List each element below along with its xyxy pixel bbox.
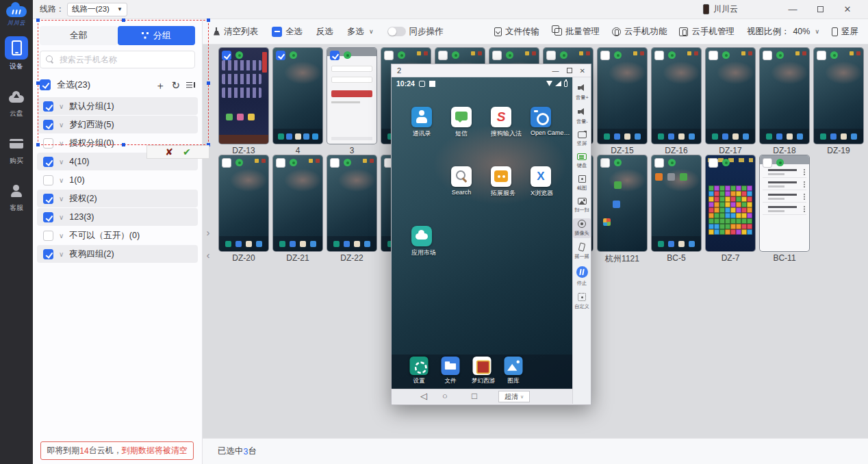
- view-ratio-control[interactable]: 视图比例： 40% ∨: [747, 26, 819, 38]
- phone-thumbnail[interactable]: 4: [273, 48, 322, 155]
- phone-thumbnail[interactable]: 杭州1121: [598, 155, 647, 263]
- thumb-checkbox[interactable]: [276, 51, 285, 60]
- thumb-checkbox[interactable]: [817, 51, 826, 60]
- popup-close-button[interactable]: ✕: [580, 67, 585, 75]
- thumb-checkbox[interactable]: [330, 158, 340, 168]
- panel-collapse-arrow[interactable]: ‹: [203, 249, 213, 261]
- phone-thumbnail[interactable]: DZ-19: [814, 48, 863, 155]
- thumb-checkbox[interactable]: [546, 51, 556, 60]
- thumb-checkbox[interactable]: [763, 158, 772, 168]
- thumb-checkbox[interactable]: [276, 158, 285, 168]
- tab-all[interactable]: 全部: [40, 26, 118, 45]
- clear-list-button[interactable]: 清空列表: [212, 26, 258, 38]
- tool-camera[interactable]: 摄像头: [573, 218, 591, 238]
- thumb-checkbox[interactable]: [222, 158, 231, 168]
- thumb-checkbox[interactable]: [438, 51, 448, 60]
- thumb-checkbox[interactable]: [222, 51, 231, 60]
- app-contacts[interactable]: 通讯录: [411, 107, 432, 138]
- refresh-button[interactable]: ↻: [171, 80, 180, 90]
- app-sms[interactable]: 短信: [451, 107, 472, 138]
- phone-manage-button[interactable]: 云手机管理: [679, 26, 735, 38]
- thumb-checkbox[interactable]: [384, 51, 394, 60]
- selection-cancel-button[interactable]: ✘: [165, 147, 173, 157]
- tool-scan[interactable]: 扫一扫: [573, 196, 591, 215]
- dock-settings[interactable]: 设置: [409, 357, 429, 385]
- group-row[interactable]: ∨123(3): [37, 208, 198, 226]
- tool-custom[interactable]: 自定义: [573, 292, 591, 311]
- app-x-browser[interactable]: XX浏览器: [531, 166, 551, 198]
- phone-thumbnail[interactable]: DZ-13: [219, 48, 268, 155]
- group-checkbox[interactable]: [43, 120, 53, 130]
- close-button[interactable]: ✕: [834, 4, 861, 14]
- sidebar-item-support[interactable]: 客服: [0, 181, 33, 213]
- sidebar-item-purchase[interactable]: 购买: [0, 133, 33, 166]
- group-checkbox[interactable]: [43, 138, 53, 149]
- app-app-market[interactable]: 应用市场: [411, 226, 432, 257]
- tool-volume-down[interactable]: 音量-: [573, 106, 591, 127]
- group-row[interactable]: ∨梦幻西游(5): [37, 116, 198, 133]
- phone-thumbnail[interactable]: DZ-18: [760, 48, 809, 155]
- group-checkbox[interactable]: [43, 212, 53, 222]
- group-row[interactable]: ∨不可以（五开）(0): [37, 227, 198, 244]
- phone-screen[interactable]: 10:24 设置文件梦幻西游图库 通讯录短信S搜狗输入法Open Came…Se…: [392, 77, 572, 389]
- phone-thumbnail[interactable]: DZ-20: [219, 155, 268, 263]
- tool-stop[interactable]: 停止: [573, 265, 591, 288]
- group-checkbox[interactable]: [43, 249, 53, 259]
- recents-button[interactable]: □: [472, 391, 477, 401]
- popup-maximize-button[interactable]: [567, 68, 572, 73]
- multi-select-button[interactable]: 多选∨: [347, 26, 374, 38]
- maximize-button[interactable]: [806, 4, 834, 14]
- phone-thumbnail[interactable]: DZ-16: [652, 48, 701, 155]
- thumb-checkbox[interactable]: [600, 158, 610, 168]
- dock-files[interactable]: 文件: [440, 357, 461, 385]
- select-all-checkbox[interactable]: [40, 79, 51, 90]
- thumb-checkbox[interactable]: [763, 51, 772, 60]
- group-row[interactable]: ∨默认分组(1): [37, 97, 198, 115]
- tool-volume-up[interactable]: 音量+: [573, 82, 591, 103]
- file-transfer-button[interactable]: 文件传输: [494, 26, 539, 38]
- app-extend-service[interactable]: 拓展服务: [491, 166, 511, 198]
- selection-confirm-button[interactable]: ✔: [183, 147, 191, 157]
- minimize-button[interactable]: —: [779, 4, 806, 14]
- phone-function-button[interactable]: 云手机功能: [612, 26, 667, 38]
- group-checkbox[interactable]: [43, 175, 53, 185]
- group-row[interactable]: ∨授权(2): [37, 190, 198, 207]
- line-select[interactable]: 线路一(23) ▼: [67, 3, 127, 16]
- phone-thumbnail[interactable]: 3: [327, 48, 376, 155]
- tab-group[interactable]: 分组: [118, 26, 196, 45]
- thumb-checkbox[interactable]: [709, 158, 718, 168]
- sidebar-item-cloud-disk[interactable]: 云盘: [0, 86, 33, 118]
- panel-expand-arrow[interactable]: ›: [203, 227, 213, 238]
- thumb-checkbox[interactable]: [492, 51, 502, 60]
- collapse-list-button[interactable]: [186, 80, 195, 90]
- thumb-checkbox[interactable]: [600, 51, 610, 60]
- dock-menghuan[interactable]: 梦幻西游: [472, 357, 492, 385]
- thumb-checkbox[interactable]: [654, 158, 664, 168]
- group-checkbox[interactable]: [43, 231, 53, 241]
- phone-thumbnail[interactable]: DZ-17: [706, 48, 755, 155]
- phone-thumbnail[interactable]: DZ-15: [598, 48, 647, 155]
- thumb-checkbox[interactable]: [654, 51, 664, 60]
- tool-shake[interactable]: 摇一摇: [573, 242, 591, 261]
- dock-gallery[interactable]: 图库: [503, 357, 524, 385]
- home-button[interactable]: ○: [442, 391, 448, 401]
- tool-screenshot[interactable]: 截图: [573, 174, 591, 193]
- thumb-checkbox[interactable]: [709, 51, 718, 60]
- batch-manage-button[interactable]: 批量管理: [552, 26, 600, 38]
- sidebar-item-device[interactable]: 设备: [0, 36, 33, 71]
- search-input[interactable]: [58, 54, 189, 65]
- thumb-checkbox[interactable]: [330, 51, 340, 60]
- phone-thumbnail[interactable]: DZ-7: [706, 155, 755, 263]
- group-row[interactable]: ∨夜鸦四组(2): [37, 245, 198, 263]
- tool-keyboard[interactable]: 键盘: [573, 152, 591, 170]
- app-sogou[interactable]: S搜狗输入法: [491, 107, 511, 138]
- portrait-button[interactable]: 竖屏: [832, 26, 858, 38]
- phone-thumbnail[interactable]: DZ-21: [273, 155, 322, 263]
- search-box[interactable]: [40, 51, 195, 68]
- select-all-button[interactable]: 全选: [272, 26, 303, 38]
- invert-select-button[interactable]: 反选: [316, 26, 333, 38]
- app-open-camera[interactable]: Open Came…: [531, 107, 551, 136]
- popup-minimize-button[interactable]: —: [552, 67, 559, 75]
- back-button[interactable]: ◁: [420, 391, 427, 401]
- group-checkbox[interactable]: [43, 194, 53, 204]
